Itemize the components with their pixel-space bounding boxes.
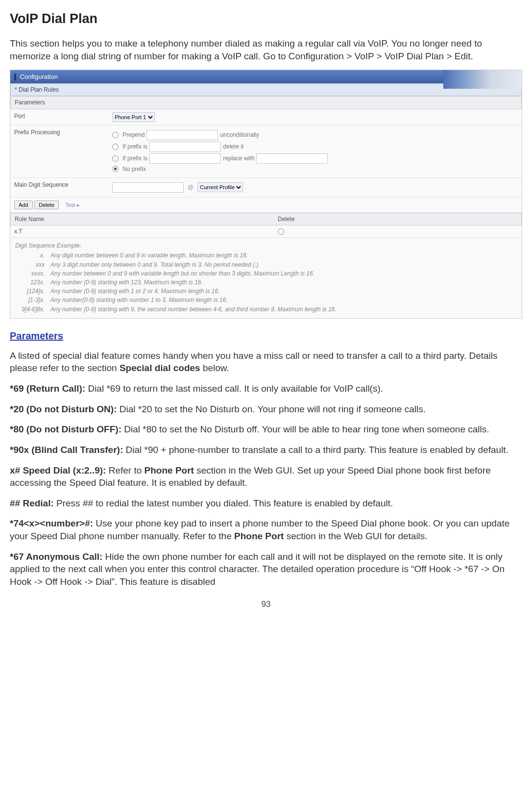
ex-code: xxx — [15, 261, 50, 269]
feature-anonymous: *67 Anonymous Call: Hide the own phone n… — [10, 551, 522, 588]
feature-blind-transfer: *90x (Blind Call Transfer): Dial *90 + p… — [10, 444, 522, 456]
prepend-input[interactable] — [146, 130, 218, 140]
config-screenshot: Configuration * Dial Plan Rules Paramete… — [10, 70, 522, 319]
ex-code: 9[4-6]8x. — [15, 305, 50, 313]
delete-it-label: delete it — [223, 143, 243, 150]
ex-code: 123x. — [15, 278, 50, 286]
replace-with-label: replace with — [223, 154, 254, 162]
prepend-label: Prepend — [122, 131, 145, 139]
replace-with-input[interactable] — [256, 153, 328, 164]
port-select[interactable]: Phone Port 1 — [112, 112, 155, 122]
ex-desc: Any digit number between 0 and 9 in vari… — [50, 251, 517, 259]
ex-desc: Any number(0-9) starting with number 1 t… — [50, 296, 517, 304]
intro-text: This section helps you to make a telepho… — [10, 37, 522, 62]
rule-name-header: Rule Name — [11, 213, 274, 225]
add-button[interactable]: Add — [14, 200, 33, 209]
test-link[interactable]: Test ▸ — [66, 202, 80, 208]
parameters-intro: A listed of special dial feature comes h… — [10, 350, 522, 375]
ex-code: [1-3]x. — [15, 296, 50, 304]
main-digit-seq-label: Main Digit Sequence — [14, 181, 112, 189]
profile-select[interactable]: Current Profile — [197, 182, 243, 192]
ex-desc: Any number (0-9) starting with 123. Maxi… — [50, 278, 517, 286]
feature-speed-dial: x# Speed Dial (x:2..9): Refer to Phone P… — [10, 464, 522, 489]
feature-speed-insert: *74<x><number>#: Use your phone key pad … — [10, 517, 522, 542]
ifprefix2-label: If prefix is — [122, 154, 147, 162]
ifprefix1-input[interactable] — [149, 142, 221, 152]
header-device-image — [443, 70, 522, 89]
config-titlebar: Configuration — [10, 70, 522, 84]
feature-dnd-off: *80 (Do not Disturb OFF): Dial *80 to se… — [10, 423, 522, 436]
prefix-processing-label: Prefix Processing — [14, 128, 112, 136]
ex-desc: Any number (0-9) starting with 9, the se… — [50, 305, 517, 313]
page-title: VoIP Dial Plan — [10, 10, 522, 27]
feature-redial: ## Redial: Press ## to redial the latest… — [10, 497, 522, 510]
feature-dnd-on: *20 (Do not Disturb ON): Dial *20 to set… — [10, 403, 522, 416]
rule-name-cell: x.T — [10, 225, 274, 237]
delete-header: Delete — [274, 213, 532, 225]
example-title: Digit Sequence Example: — [15, 242, 517, 250]
radio-ifprefix-replace[interactable] — [112, 155, 119, 162]
ex-desc: Any number (0-9) starting with 1 or 2 or… — [50, 287, 517, 295]
parameters-panel-header: Parameters — [10, 96, 522, 109]
radio-ifprefix-delete[interactable] — [112, 144, 119, 150]
port-label: Port — [14, 112, 112, 120]
main-digit-seq-input[interactable] — [112, 182, 184, 193]
noprefix-label: No prefix — [122, 165, 146, 173]
ex-code: x. — [15, 251, 50, 259]
rule-delete-radio[interactable] — [278, 228, 284, 235]
delete-button[interactable]: Delete — [34, 200, 59, 209]
ifprefix2-input[interactable] — [149, 153, 221, 164]
at-icon: @ — [188, 183, 193, 191]
page-number: 93 — [10, 599, 522, 610]
radio-noprefix[interactable] — [112, 166, 119, 172]
ex-desc: Any 3 digit number only between 0 and 9.… — [50, 261, 517, 269]
radio-prepend[interactable] — [112, 132, 119, 138]
config-title: Configuration — [20, 73, 58, 80]
ex-desc: Any number between 0 and 9 with variable… — [50, 270, 517, 277]
feature-return-call: *69 (Return Call): Dial *69 to return th… — [10, 382, 522, 395]
ex-code: [124]x. — [15, 287, 50, 295]
prepend-suffix: unconditionally — [220, 131, 259, 139]
parameters-heading: Parameters — [10, 329, 522, 343]
ifprefix1-label: If prefix is — [122, 143, 147, 150]
ex-code: xxxx. — [15, 270, 50, 277]
